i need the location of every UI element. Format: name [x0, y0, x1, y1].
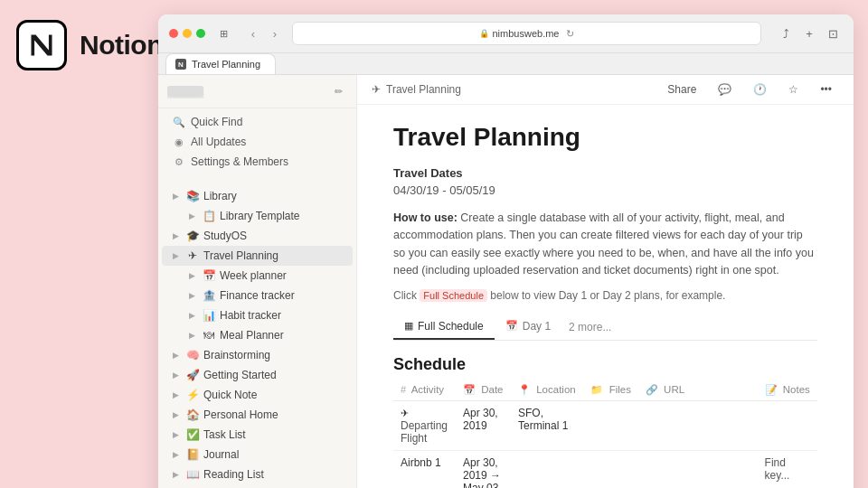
col-header-files: 📁 Files [583, 380, 637, 401]
sidebar-item-brainstorming[interactable]: ▶ 🧠 Brainstorming [162, 345, 353, 365]
activity-name: Departing Flight [401, 419, 448, 445]
star-icon: ☆ [788, 83, 798, 96]
date-value: Apr 30, 2019 → [463, 456, 504, 482]
sidebar-item-all-updates[interactable]: ◉ All Updates [162, 132, 353, 152]
sidebar-item-settings[interactable]: ⚙ Settings & Members [162, 152, 353, 172]
settings-icon: ⚙ [173, 156, 185, 168]
sidebar-item-task-list[interactable]: ▶ ✅ Task List [162, 425, 353, 445]
sidebar-item-journal[interactable]: ▶ 📔 Journal [162, 445, 353, 465]
share-icon[interactable]: ⤴ [776, 23, 796, 43]
updates-icon: ◉ [173, 136, 185, 148]
chevron-right-icon: ▶ [169, 428, 182, 441]
library-template-label: Library Template [220, 210, 345, 222]
url-th-icon: 🔗 [646, 384, 658, 395]
click-note-prefix: Click [393, 289, 420, 302]
getting-started-page-icon: 🚀 [185, 368, 200, 382]
nav-forward-button[interactable]: › [265, 23, 285, 43]
sidebar-item-week-planner[interactable]: ▶ 📅 Week planner [162, 266, 353, 286]
minimize-button[interactable] [183, 29, 192, 38]
schedule-table: # Activity 📅 Date 📍 Location [393, 380, 817, 489]
chevron-right-icon: ▶ [169, 249, 182, 262]
sidebar-item-travel-planning[interactable]: ▶ ✈ Travel Planning [162, 246, 353, 266]
tab-full-schedule[interactable]: ▦ Full Schedule [393, 314, 495, 340]
comment-button[interactable]: 💬 [711, 80, 739, 99]
favorite-button[interactable]: ☆ [781, 80, 806, 99]
nav-back-button[interactable]: ‹ [243, 23, 263, 43]
breadcrumb-icon: ✈ [372, 83, 381, 96]
workspace-name: ▓▓▓▓▓ [167, 86, 203, 97]
date-value2: May 03, 2019 [463, 482, 504, 489]
day1-tab-label: Day 1 [523, 320, 551, 333]
row-files [583, 400, 637, 450]
extensions-icon[interactable]: ⊡ [823, 23, 843, 43]
sidebar-item-reading-list[interactable]: ▶ 📖 Reading List [162, 465, 353, 484]
sidebar-item-finance-tracker[interactable]: ▶ 🏦 Finance tracker [162, 286, 353, 305]
tab-favicon: N [175, 59, 186, 70]
sidebar-item-quick-note[interactable]: ▶ ⚡ Quick Note [162, 385, 353, 405]
active-browser-tab[interactable]: N Travel Planning [165, 53, 276, 74]
row-location: SFO, Terminal 1 [511, 400, 583, 450]
getting-started-label: Getting Started [203, 369, 345, 381]
sidebar-item-studyos[interactable]: ▶ 🎓 StudyOS [162, 226, 353, 246]
sidebar-toggle-icon[interactable]: ⊞ [214, 24, 232, 42]
sidebar-item-quick-find[interactable]: 🔍 Quick Find [162, 112, 353, 132]
sidebar-item-getting-started[interactable]: ▶ 🚀 Getting Started [162, 365, 353, 385]
tab-day1[interactable]: 📅 Day 1 [495, 314, 561, 340]
sidebar-top-actions: ✏ [329, 82, 347, 100]
date-value: Apr 30, 2019 [463, 407, 498, 432]
row-activity[interactable]: ✈ Departing Flight [393, 400, 456, 450]
sidebar-item-library-template[interactable]: ▶ 📋 Library Template [162, 206, 353, 226]
all-updates-label: All Updates [191, 136, 246, 148]
row-notes: Find key... [758, 450, 817, 488]
refresh-icon[interactable]: ↻ [566, 28, 574, 40]
sidebar-nav: 🔍 Quick Find ◉ All Updates ⚙ Settings & … [158, 108, 356, 175]
finance-tracker-label: Finance tracker [220, 289, 345, 302]
chevron-right-icon: ▶ [169, 349, 182, 361]
browser-actions: ⤴ + ⊡ [776, 23, 843, 43]
row-date: Apr 30, 2019 [456, 400, 511, 450]
library-label: Library [203, 190, 345, 202]
chevron-right-icon: ▶ [169, 389, 182, 401]
chevron-right-icon: ▶ [185, 269, 198, 282]
more-options-button[interactable]: ••• [813, 80, 839, 99]
close-button[interactable] [169, 29, 178, 38]
sidebar-item-library[interactable]: ▶ 📚 Library [162, 186, 353, 206]
clock-icon: 🕐 [753, 83, 767, 96]
col-files-label: Files [609, 384, 631, 395]
sidebar-item-personal-home[interactable]: ▶ 🏠 Personal Home [162, 405, 353, 425]
maximize-button[interactable] [196, 29, 205, 38]
library-template-page-icon: 📋 [202, 209, 216, 223]
journal-page-icon: 📔 [185, 447, 200, 462]
task-list-page-icon: ✅ [185, 427, 200, 442]
sidebar-item-roadmap[interactable]: ▶ 🗺 Roadmap [162, 484, 353, 488]
sidebar-item-meal-planner[interactable]: ▶ 🍽 Meal Planner [162, 325, 353, 345]
page-header-bar: ✈ Travel Planning Share 💬 🕐 ☆ [357, 75, 854, 105]
brainstorming-page-icon: 🧠 [185, 348, 200, 362]
notion-logo [16, 20, 67, 70]
quick-note-label: Quick Note [203, 389, 345, 401]
more-views-button[interactable]: 2 more... [561, 315, 618, 339]
personal-home-page-icon: 🏠 [185, 408, 200, 422]
address-bar[interactable]: 🔒 nimbusweb.me ↻ [292, 22, 761, 45]
breadcrumb: ✈ Travel Planning [372, 83, 461, 96]
chevron-right-icon: ▶ [169, 468, 182, 481]
tab-label: Travel Planning [192, 59, 260, 70]
studyos-label: StudyOS [203, 230, 345, 242]
habit-tracker-page-icon: 📊 [202, 308, 216, 323]
meal-planner-page-icon: 🍽 [202, 328, 216, 343]
share-button[interactable]: Share [660, 80, 703, 99]
row-activity[interactable]: Airbnb 1 [393, 450, 456, 488]
new-tab-icon[interactable]: + [799, 23, 819, 43]
brand-name: Notion [80, 30, 163, 61]
journal-label: Journal [203, 448, 345, 461]
sidebar-edit-icon[interactable]: ✏ [329, 82, 347, 100]
schedule-section: Schedule # Activity 📅 Date [393, 346, 817, 489]
col-header-activity: # Activity [393, 380, 456, 401]
sidebar: ▓▓▓▓▓ ✏ 🔍 Quick Find ◉ All Updates ⚙ Set… [158, 75, 357, 488]
full-schedule-tag[interactable]: Full Schedule [420, 289, 487, 302]
chevron-right-icon: ▶ [185, 329, 198, 342]
hash-icon: # [401, 384, 406, 395]
history-button[interactable]: 🕐 [746, 80, 774, 99]
col-activity-label: Activity [411, 384, 444, 395]
sidebar-item-habit-tracker[interactable]: ▶ 📊 Habit tracker [162, 305, 353, 325]
